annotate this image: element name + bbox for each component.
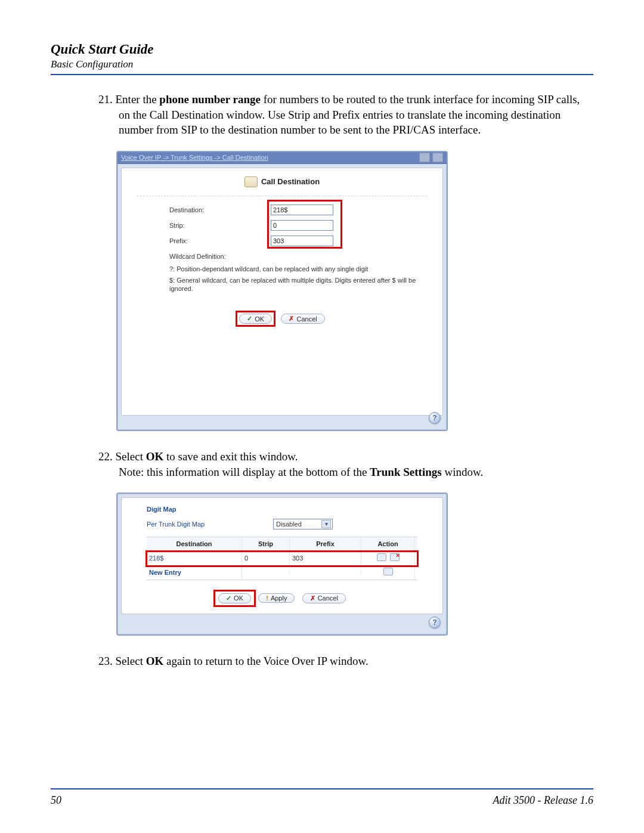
ptdm-value: Disabled bbox=[276, 520, 302, 529]
guide-subtitle: Basic Configuration bbox=[51, 58, 593, 70]
inputs-highlight: Destination: Strip: Prefix: bbox=[137, 202, 427, 249]
row-destination: Destination: bbox=[137, 202, 427, 218]
help-icon[interactable]: ? bbox=[429, 412, 441, 424]
prefix-input[interactable] bbox=[271, 236, 333, 246]
ok-highlight: ✓ OK bbox=[239, 314, 272, 324]
titlebar-icon[interactable] bbox=[419, 153, 430, 162]
step-note-seg: window. bbox=[442, 466, 484, 478]
ok-button[interactable]: ✓ OK bbox=[218, 593, 251, 603]
new-entry-link[interactable]: New Entry bbox=[147, 566, 242, 579]
call-destination-icon bbox=[244, 176, 258, 187]
per-trunk-digit-map-row: Per Trunk Digit Map Disabled ▾ bbox=[131, 518, 433, 533]
step-note-bold: Trunk Settings bbox=[370, 466, 442, 478]
step-text-bold: OK bbox=[146, 450, 164, 463]
step-note-seg: Note: this information will display at t… bbox=[119, 466, 370, 478]
wildcard-title: Wildcard Definition: bbox=[137, 249, 427, 264]
step-text-seg: again to return to the Voice Over IP win… bbox=[163, 655, 369, 667]
col-action: Action bbox=[361, 537, 415, 551]
cancel-label: Cancel bbox=[296, 315, 317, 323]
step-text-bold: OK bbox=[146, 655, 164, 667]
check-icon: ✓ bbox=[247, 315, 252, 323]
titlebar-icons bbox=[419, 153, 443, 162]
ok-highlight: ✓ OK bbox=[218, 593, 251, 603]
cell-action bbox=[361, 566, 415, 580]
step-text-seg: Select bbox=[116, 450, 146, 463]
edit-icon[interactable] bbox=[377, 553, 386, 561]
step-23-text: 23. Select OK again to return to the Voi… bbox=[98, 654, 593, 669]
step-num: 23. bbox=[98, 655, 113, 667]
step-text-seg: Select bbox=[116, 655, 146, 667]
release-label: Adit 3500 - Release 1.6 bbox=[493, 794, 593, 807]
panel-titlebar: Voice Over IP -> Trunk Settings -> Call … bbox=[117, 152, 447, 164]
cancel-button[interactable]: ✗ Cancel bbox=[281, 314, 324, 324]
cell-destination[interactable]: 218$ bbox=[147, 552, 242, 565]
table-header: Destination Strip Prefix Action bbox=[147, 537, 417, 552]
destination-input[interactable] bbox=[271, 205, 333, 215]
cell-prefix: 303 bbox=[290, 552, 361, 565]
step-num: 21. bbox=[98, 93, 113, 106]
page-content: 21. Enter the phone number range for num… bbox=[51, 92, 593, 669]
screenshot-call-destination: Voice Over IP -> Trunk Settings -> Call … bbox=[116, 151, 593, 431]
button-row: ✓ OK ! Apply ✗ Cancel bbox=[131, 593, 433, 603]
step-21-text: 21. Enter the phone number range for num… bbox=[98, 92, 593, 138]
delete-icon[interactable] bbox=[390, 553, 400, 561]
digit-map-title: Digit Map bbox=[131, 504, 433, 518]
ok-label: OK bbox=[255, 315, 264, 323]
screenshot-digit-map: Digit Map Per Trunk Digit Map Disabled ▾… bbox=[116, 493, 593, 636]
titlebar-icon[interactable] bbox=[432, 153, 443, 162]
ptdm-select[interactable]: Disabled ▾ bbox=[273, 519, 333, 529]
prefix-label: Prefix: bbox=[169, 237, 271, 246]
chevron-down-icon: ▾ bbox=[321, 520, 331, 528]
guide-title: Quick Start Guide bbox=[51, 42, 593, 57]
cancel-label: Cancel bbox=[318, 594, 338, 602]
page-header: Quick Start Guide Basic Configuration bbox=[51, 42, 593, 75]
cell-strip: 0 bbox=[242, 552, 290, 565]
panel-body: Call Destination Destination: Strip: Pre… bbox=[121, 168, 443, 416]
table-row-new: New Entry bbox=[147, 566, 417, 580]
panel-heading-text: Call Destination bbox=[261, 176, 320, 187]
col-prefix: Prefix bbox=[290, 537, 361, 551]
destination-label: Destination: bbox=[169, 206, 271, 215]
col-destination: Destination bbox=[147, 537, 242, 551]
cancel-button[interactable]: ✗ Cancel bbox=[302, 593, 346, 603]
cell-action bbox=[361, 552, 415, 565]
panel-digit-map: Digit Map Per Trunk Digit Map Disabled ▾… bbox=[116, 493, 448, 636]
wildcard-dollar: $: General wildcard, can be replaced wit… bbox=[137, 275, 417, 295]
panel-heading: Call Destination bbox=[137, 176, 427, 187]
footer-rule bbox=[51, 788, 593, 789]
ok-label: OK bbox=[234, 594, 243, 602]
cell-empty bbox=[242, 571, 290, 574]
cell-empty bbox=[290, 571, 361, 574]
row-prefix: Prefix: bbox=[137, 233, 427, 249]
step-text-seg: Enter the bbox=[116, 93, 160, 106]
table-row: 218$ 0 303 bbox=[147, 552, 417, 566]
ptdm-label: Per Trunk Digit Map bbox=[147, 520, 273, 529]
apply-label: Apply bbox=[271, 594, 287, 602]
col-strip: Strip bbox=[242, 537, 290, 551]
wildcard-q: ?: Position-dependant wildcard, can be r… bbox=[137, 264, 417, 275]
ok-button[interactable]: ✓ OK bbox=[239, 314, 272, 324]
step-num: 22. bbox=[98, 450, 113, 463]
panel-body: Digit Map Per Trunk Digit Map Disabled ▾… bbox=[121, 497, 443, 614]
step-22: 22. Select OK to save and exit this wind… bbox=[98, 449, 593, 479]
strip-label: Strip: bbox=[169, 221, 271, 230]
step-23: 23. Select OK again to return to the Voi… bbox=[98, 654, 593, 669]
exclaim-icon: ! bbox=[266, 594, 268, 602]
separator bbox=[137, 196, 427, 196]
add-icon[interactable] bbox=[383, 568, 393, 575]
step-text-seg: to save and exit this window. bbox=[163, 450, 298, 463]
check-icon: ✓ bbox=[226, 594, 231, 602]
step-text-bold: phone number range bbox=[159, 93, 261, 106]
help-icon[interactable]: ? bbox=[429, 617, 441, 628]
page-number: 50 bbox=[51, 794, 61, 807]
step-22-text: 22. Select OK to save and exit this wind… bbox=[98, 449, 593, 479]
button-row: ✓ OK ✗ Cancel bbox=[137, 314, 427, 324]
panel-call-destination: Voice Over IP -> Trunk Settings -> Call … bbox=[116, 151, 448, 431]
x-icon: ✗ bbox=[289, 315, 294, 323]
page-footer: 50 Adit 3500 - Release 1.6 bbox=[51, 794, 593, 807]
digit-map-table: Destination Strip Prefix Action 218$ 0 3… bbox=[147, 537, 417, 580]
breadcrumb[interactable]: Voice Over IP -> Trunk Settings -> Call … bbox=[121, 153, 268, 162]
apply-button[interactable]: ! Apply bbox=[258, 593, 295, 603]
step-21: 21. Enter the phone number range for num… bbox=[98, 92, 593, 138]
strip-input[interactable] bbox=[271, 220, 333, 231]
